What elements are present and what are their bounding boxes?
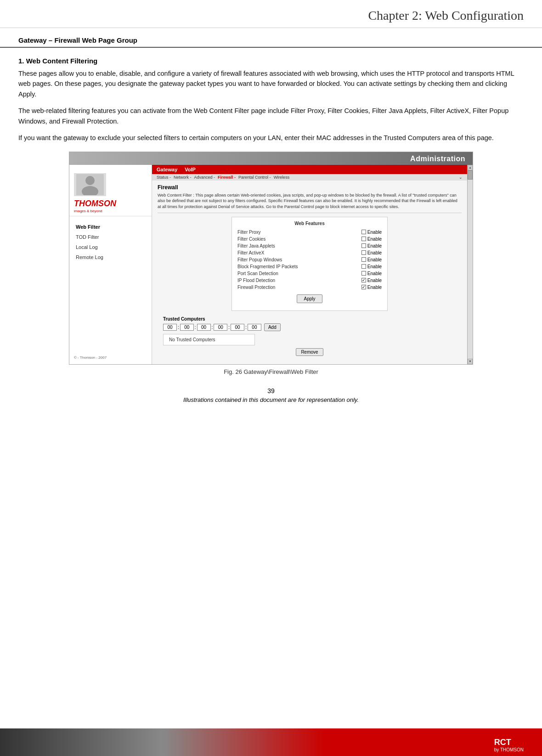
feature-check-7: ✓ Enable [361,278,382,283]
bottom-footer: RCTby THOMSON [0,728,542,756]
mac-field-2[interactable] [180,324,194,331]
feature-check-3: Enable [361,250,382,255]
feature-filter-popup: Filter Popup Windows Enable [237,256,382,263]
main-content: 1. Web Content Filtering These pages all… [0,57,542,375]
admin-header: Administration [69,152,473,165]
page-header: Chapter 2: Web Configuration [0,0,542,28]
nav-bar: Gateway VoIP [152,165,467,174]
svg-point-1 [85,176,95,185]
paragraph-1: These pages allow you to enable, disable… [18,68,524,99]
mac-field-5[interactable] [231,324,244,331]
screenshot-body: THOMSON images & beyond Web Filter TOD F… [69,165,473,364]
chapter-title: Chapter 2: Web Configuration [18,8,524,23]
feature-port-scan: Port Scan Detection Enable [237,270,382,277]
page-note: Illustrations contained in this document… [0,396,542,403]
checkbox-3[interactable] [361,250,366,255]
feature-filter-cookies: Filter Cookies Enable [237,236,382,243]
checkbox-4[interactable] [361,257,366,262]
rct-logo: RCTby THOMSON [494,738,524,752]
add-button[interactable]: Add [264,323,281,331]
mac-sep-2: : [195,325,196,330]
feature-check-0: Enable [361,230,382,235]
sidebar-item-remotelog[interactable]: Remote Log [69,252,152,262]
feature-block-fragmented: Block Fragmented IP Packets Enable [237,263,382,270]
feature-label-1: Filter Cookies [237,237,320,242]
page-number: 39 [0,387,542,395]
thomson-logo: THOMSON images & beyond [69,169,152,216]
sidebar-copyright: © - Thomson - 2007 [74,355,107,360]
thomson-brand: THOMSON [74,199,147,209]
screenshot-box: Administration THOMSO [69,152,473,365]
apply-button[interactable]: Apply [297,294,322,303]
section1-title: 1. Web Content Filtering [18,57,524,65]
subnav-status[interactable]: Status - [157,175,171,180]
firewall-desc: Web Content Filter : This page allows ce… [158,192,462,213]
feature-check-6: Enable [361,271,382,276]
mac-sep-3: : [212,325,213,330]
no-trusted-box: No Trusted Computers [163,334,255,345]
sub-nav: Status - Network - Advanced - Firewall -… [152,174,467,181]
logo-image [74,173,106,196]
feature-label-5: Block Fragmented IP Packets [237,264,320,269]
checkbox-7[interactable]: ✓ [361,278,366,282]
feature-label-2: Filter Java Applets [237,243,320,248]
enable-label-4: Enable [367,257,382,262]
scrollbar[interactable]: ▲ ▼ [467,165,473,364]
feature-label-7: IP Flood Detection [237,278,320,283]
checkbox-6[interactable] [361,271,366,276]
nav-voip[interactable]: VoIP [185,167,196,172]
subnav-wireless[interactable]: Wireless [274,175,290,180]
nav-gateway[interactable]: Gateway [157,167,177,172]
checkbox-5[interactable] [361,264,366,269]
enable-label-0: Enable [367,230,382,235]
subnav-advanced[interactable]: Advanced - [194,175,215,180]
scroll-down-arrow[interactable]: ▼ [468,359,473,364]
feature-check-2: Enable [361,243,382,248]
feature-label-8: Firewall Protection [237,285,320,290]
feature-check-8: ✓ Enable [361,285,382,290]
enable-label-2: Enable [367,243,382,248]
enable-label-1: Enable [367,237,382,242]
mac-address-row: : : : : : Add [163,323,456,331]
subnav-network[interactable]: Network - [174,175,192,180]
page-footer: 39 Illustrations contained in this docum… [0,380,542,435]
checkbox-8[interactable]: ✓ [361,285,366,289]
mac-field-1[interactable] [163,324,177,331]
admin-label: Administration [410,155,465,163]
sidebar-item-webfilter[interactable]: Web Filter [69,222,152,232]
sidebar-item-locallog[interactable]: Local Log [69,242,152,252]
main-panel: Gateway VoIP Status - Network - Advanced… [152,165,467,364]
enable-label-3: Enable [367,250,382,255]
feature-filter-activex: Filter ActiveX Enable [237,249,382,256]
enable-label-7: Enable [367,278,382,283]
subnav-parental[interactable]: Parental Control - [238,175,271,180]
mac-sep-5: : [245,325,247,330]
feature-label-3: Filter ActiveX [237,250,320,255]
scroll-thumb[interactable] [468,170,473,180]
remove-button[interactable]: Remove [296,348,323,356]
subnav-chevron: ⌄ [459,175,463,180]
firewall-title: Firewall [158,184,462,191]
trusted-label: Trusted Computers [163,316,456,322]
section-heading-text: Gateway – Firewall Web Page Group [18,36,524,44]
sidebar-item-todfilter[interactable]: TOD Filter [69,232,152,242]
feature-label-0: Filter Proxy [237,230,320,235]
scroll-track [468,170,473,359]
checkbox-1[interactable] [361,237,366,241]
mac-field-3[interactable] [197,324,211,331]
feature-check-1: Enable [361,237,382,242]
checkbox-2[interactable] [361,243,366,248]
mac-sep-1: : [178,325,179,330]
feature-filter-java: Filter Java Applets Enable [237,243,382,249]
subnav-firewall[interactable]: Firewall - [218,175,236,180]
feature-check-4: Enable [361,257,382,262]
mac-field-6[interactable] [248,324,261,331]
scroll-up-arrow[interactable]: ▲ [468,165,473,170]
paragraph-2: The web-related filtering features you c… [18,106,524,126]
thomson-tagline: images & beyond [74,209,147,213]
firewall-section: Firewall Web Content Filter : This page … [152,181,467,364]
sidebar: THOMSON images & beyond Web Filter TOD F… [69,165,152,364]
feature-ip-flood: IP Flood Detection ✓ Enable [237,277,382,284]
mac-field-4[interactable] [214,324,227,331]
checkbox-0[interactable] [361,230,366,234]
